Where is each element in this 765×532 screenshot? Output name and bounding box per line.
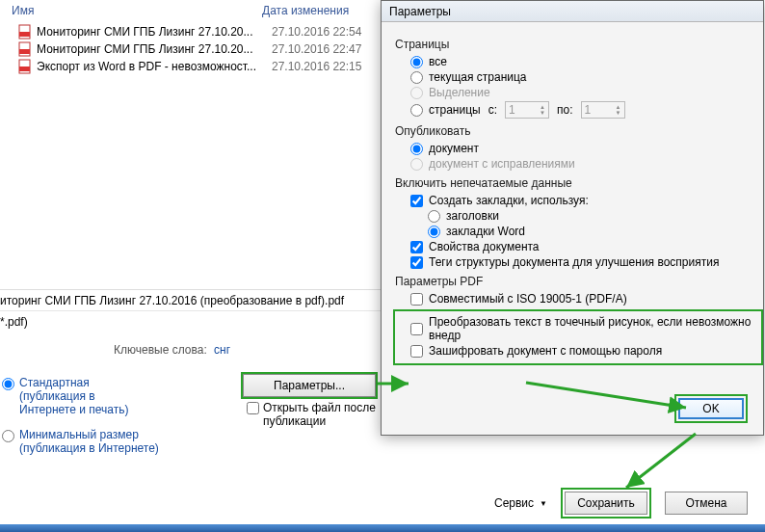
pages-current-radio[interactable] — [410, 71, 423, 84]
file-row[interactable]: Мониторинг СМИ ГПБ Лизинг 27.10.20... 27… — [0, 23, 376, 40]
pages-current-label: текущая страница — [429, 70, 527, 84]
bookmarks-headings-radio[interactable] — [428, 210, 440, 223]
pages-all-radio[interactable] — [410, 56, 423, 68]
pages-range-label: страницы — [429, 103, 481, 117]
bookmarks-headings-label: заголовки — [446, 209, 499, 223]
publish-doc-radio[interactable] — [410, 143, 423, 155]
file-row[interactable]: Мониторинг СМИ ГПБ Лизинг 27.10.20... 27… — [0, 40, 376, 58]
optimize-min-radio[interactable] — [2, 430, 14, 442]
publish-doc-label: документ — [429, 142, 479, 155]
docprops-label: Свойства документа — [429, 240, 540, 253]
file-list-pane: Имя Дата изменения Мониторинг СМИ ГПБ Ли… — [0, 0, 376, 289]
pages-group-label: Страницы — [395, 38, 763, 51]
pages-from-spinner[interactable]: 1▲▼ — [505, 101, 549, 119]
save-button[interactable]: Сохранить — [565, 492, 647, 515]
pages-selection-radio — [410, 87, 423, 99]
pages-selection-label: Выделение — [429, 86, 490, 99]
pdf-iso-label: Совместимый с ISO 19005-1 (PDF/A) — [429, 292, 627, 306]
pdf-bitmap-label: Преобразовать текст в точечный рисунок, … — [429, 315, 761, 342]
svg-rect-1 — [19, 32, 30, 37]
pages-to-label: по: — [557, 103, 573, 117]
pdf-icon — [17, 24, 35, 40]
pdf-encrypt-label: Зашифровать документ с помощью пароля — [429, 344, 662, 358]
publish-group-label: Опубликовать — [395, 124, 763, 138]
pdf-icon — [17, 59, 35, 74]
pdf-bitmap-checkbox[interactable] — [410, 323, 423, 335]
svg-rect-5 — [19, 66, 30, 71]
svg-rect-3 — [19, 49, 30, 54]
file-row[interactable]: Экспорт из Word в PDF - невозможност... … — [0, 58, 376, 75]
svg-line-8 — [626, 434, 696, 488]
column-header-name[interactable]: Имя — [12, 4, 262, 17]
dialog-bottom-bar: Сервис▼ Сохранить Отмена — [0, 488, 765, 519]
open-after-publish-checkbox[interactable] — [247, 402, 259, 414]
bookmarks-word-label: закладки Word — [446, 225, 525, 238]
bookmarks-label: Создать закладки, используя: — [429, 194, 589, 207]
keywords-value[interactable]: снг — [214, 343, 230, 357]
options-button[interactable]: Параметры... — [243, 374, 376, 397]
keywords-label: Ключевые слова: — [114, 343, 207, 357]
bookmarks-checkbox[interactable] — [410, 195, 423, 207]
optimize-min-label[interactable]: Минимальный размер (публикация в Интерне… — [19, 428, 164, 455]
file-name: Экспорт из Word в PDF - невозможност... — [37, 60, 268, 73]
file-name: Мониторинг СМИ ГПБ Лизинг 27.10.20... — [37, 42, 268, 56]
pdf-icon — [17, 41, 35, 57]
tools-dropdown[interactable]: Сервис▼ — [494, 496, 547, 510]
filename-field[interactable]: иторинг СМИ ГПБ Лизинг 27.10.2016 (преоб… — [0, 289, 381, 311]
options-dialog: Параметры Страницы все текущая страница … — [381, 0, 764, 436]
dialog-title: Параметры — [382, 1, 763, 22]
nonprint-group-label: Включить непечатаемые данные — [395, 176, 763, 190]
pdf-iso-checkbox[interactable] — [410, 293, 423, 306]
cancel-button[interactable]: Отмена — [665, 492, 748, 515]
file-date: 27.10.2016 22:15 — [272, 60, 361, 73]
publish-docrev-radio — [410, 158, 423, 171]
file-name: Мониторинг СМИ ГПБ Лизинг 27.10.20... — [37, 25, 268, 39]
save-button-highlight: Сохранить — [561, 488, 651, 519]
publish-docrev-label: документ с исправлениями — [429, 157, 575, 171]
pages-range-radio[interactable] — [410, 104, 423, 117]
ok-button-highlight: OK — [674, 394, 748, 423]
ok-button[interactable]: OK — [678, 398, 744, 419]
docprops-checkbox[interactable] — [410, 241, 423, 253]
pdfparams-highlight: Преобразовать текст в точечный рисунок, … — [393, 309, 763, 365]
pdf-encrypt-checkbox[interactable] — [410, 345, 423, 358]
params-button-highlight: Параметры... — [241, 372, 378, 399]
filetype-field[interactable]: *.pdf) — [0, 310, 381, 332]
docstruct-label: Теги структуры документа для улучшения в… — [429, 255, 719, 269]
pages-all-label: все — [429, 55, 447, 68]
file-date: 27.10.2016 22:54 — [272, 25, 361, 39]
pages-from-label: с: — [488, 103, 497, 117]
column-header-date[interactable]: Дата изменения — [262, 4, 349, 17]
optimize-standard-radio[interactable] — [2, 378, 14, 390]
bookmarks-word-radio[interactable] — [428, 226, 440, 238]
optimize-standard-label[interactable]: Стандартная (публикация в Интернете и пе… — [19, 376, 145, 416]
chevron-down-icon: ▼ — [540, 499, 547, 508]
pages-to-spinner[interactable]: 1▲▼ — [581, 101, 625, 119]
taskbar — [0, 524, 765, 532]
file-date: 27.10.2016 22:47 — [272, 42, 361, 56]
optimize-for-group: Стандартная (публикация в Интернете и пе… — [0, 374, 164, 457]
metadata-area: Ключевые слова: снг — [0, 335, 381, 357]
file-list-header: Имя Дата изменения — [0, 0, 376, 23]
open-after-publish-label[interactable]: Открыть файл после публикации — [263, 401, 388, 428]
pdfparams-group-label: Параметры PDF — [395, 275, 763, 288]
docstruct-checkbox[interactable] — [410, 256, 423, 269]
